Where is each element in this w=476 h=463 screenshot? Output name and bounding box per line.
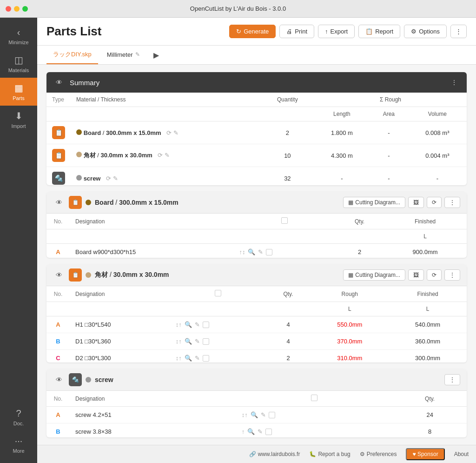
search-icon[interactable]: 🔍 xyxy=(248,248,255,255)
check-all[interactable] xyxy=(311,395,317,401)
kakuzai-type-icon: 📋 xyxy=(52,149,65,162)
tab-main[interactable]: ラックDIY.skp xyxy=(46,46,98,64)
sidebar-item-doc[interactable]: ? Doc. xyxy=(13,403,24,431)
sort-icon[interactable]: ↑↕ xyxy=(239,248,245,255)
edit-icon[interactable]: ✎ xyxy=(258,428,263,435)
minimize-button[interactable] xyxy=(14,6,20,12)
more-button[interactable]: ⋮ xyxy=(450,25,467,38)
link-icon: 🔗 xyxy=(249,451,256,457)
board-more-button[interactable]: ⋮ xyxy=(444,197,460,208)
search-icon[interactable]: 🔍 xyxy=(185,338,192,345)
row-check[interactable] xyxy=(203,322,209,328)
edit-icon[interactable]: ✎ xyxy=(195,338,200,345)
row-actions: ↕↑ 🔍 ✎ xyxy=(176,321,260,328)
export-button[interactable]: ↑ Export xyxy=(318,25,355,38)
sidebar-item-minimize[interactable]: ‹ Minimize xyxy=(0,22,37,50)
sidebar-bottom: ? Doc. ··· More xyxy=(13,403,24,458)
th-material: Material / Thickness xyxy=(71,93,261,107)
check-all[interactable] xyxy=(215,290,221,296)
kakuzai-image-button[interactable]: 🖼 xyxy=(408,269,424,281)
footer-about-link[interactable]: About xyxy=(454,451,469,457)
move-icon[interactable]: ↑ xyxy=(242,428,245,435)
edit-icon[interactable]: ✎ xyxy=(135,51,140,58)
sidebar-item-parts[interactable]: ▦ Parts xyxy=(0,78,37,106)
move-icon[interactable]: ↕↑ xyxy=(176,321,182,328)
edit-icon[interactable]: ✎ xyxy=(261,411,266,418)
kakuzai-title: 角材 / 30.0mm x 30.0mm xyxy=(95,271,169,279)
th-sigma-rough: Σ Rough xyxy=(314,93,467,107)
sponsor-button[interactable]: ♥ Sponsor xyxy=(406,448,444,460)
board-dot xyxy=(86,200,91,205)
search-icon[interactable]: 🔍 xyxy=(185,321,192,328)
footer-website-link[interactable]: 🔗 www.lairdubois.fr xyxy=(249,451,300,457)
kakuzai-subsection-header: 👁 📋 角材 / 30.0mm x 30.0mm ▦ Cutting Diagr… xyxy=(46,264,467,286)
board-visibility-button[interactable]: 👁 xyxy=(53,197,65,208)
board-settings-button[interactable]: ⟳ xyxy=(427,197,442,208)
board-header-left: 👁 📋 Board / 300.0mm x 15.0mm xyxy=(53,196,178,209)
table-row: A H1 □30*L540 ↕↑ 🔍 ✎ 4 xyxy=(46,316,467,333)
board-section: 👁 📋 Board / 300.0mm x 15.0mm ▦ Cutting D… xyxy=(46,192,467,258)
row-check[interactable] xyxy=(265,429,272,435)
kakuzai-visibility-button[interactable]: 👁 xyxy=(53,269,65,281)
kakuzai-cutting-diagram-button[interactable]: ▦ Cutting Diagram... xyxy=(343,269,405,281)
search-icon[interactable]: 🔍 xyxy=(251,411,258,418)
table-row: A Board w900*d300*h15 ↑↕ 🔍 ✎ 2 xyxy=(46,244,467,258)
fullscreen-button[interactable] xyxy=(22,6,28,12)
screw-table: No. Designation Qty. A screw 4.2×51 xyxy=(46,391,467,437)
search-icon[interactable]: 🔍 xyxy=(185,355,192,362)
edit-icon[interactable]: ✎ xyxy=(195,321,200,328)
table-row: 🔩 screw ⟳ ✎ 32 - - - xyxy=(46,167,467,186)
screw-visibility-button[interactable]: 👁 xyxy=(53,374,65,385)
row-check[interactable] xyxy=(269,412,275,418)
summary-visibility-button[interactable]: 👁 xyxy=(53,77,65,88)
edit-icon[interactable]: ✎ xyxy=(195,355,200,362)
kakuzai-section: 👁 📋 角材 / 30.0mm x 30.0mm ▦ Cutting Diagr… xyxy=(46,264,467,362)
close-button[interactable] xyxy=(6,6,11,12)
print-button[interactable]: 🖨 Print xyxy=(279,25,314,38)
sidebar-item-materials[interactable]: ◫ Materials xyxy=(0,50,37,78)
row-check[interactable] xyxy=(203,355,209,362)
search-icon[interactable]: 🔍 xyxy=(247,428,255,435)
report-icon: 📋 xyxy=(365,28,373,35)
move-icon[interactable]: ↕↑ xyxy=(176,338,182,345)
kakuzai-settings-button[interactable]: ⟳ xyxy=(427,269,442,281)
edit-icon[interactable]: ✎ xyxy=(258,248,263,255)
footer-preferences-link[interactable]: ⚙ Preferences xyxy=(360,451,397,457)
screw-more-button[interactable]: ⋮ xyxy=(444,374,460,385)
brown-dot xyxy=(76,129,82,135)
th-finished-l: L xyxy=(389,302,467,316)
th-length: Length xyxy=(314,107,370,121)
th-finished: Finished xyxy=(389,286,467,302)
board-title: Board / 300.0mm x 15.0mm xyxy=(95,199,178,206)
options-button[interactable]: ⚙ Options xyxy=(404,25,447,38)
row-check[interactable] xyxy=(203,338,209,345)
th-l: L xyxy=(383,229,467,244)
generate-button[interactable]: ↻ Generate xyxy=(229,25,276,38)
report-button[interactable]: 📋 Report xyxy=(358,25,400,38)
kakuzai-more-button[interactable]: ⋮ xyxy=(444,269,460,281)
page-title: Parts List xyxy=(46,24,102,39)
summary-more-button[interactable]: ⋮ xyxy=(448,77,460,88)
table-row: A screw 4.2×51 ↕↑ 🔍 ✎ 24 xyxy=(46,407,467,423)
screw-section: 👁 🔩 screw ⋮ No. De xyxy=(46,369,467,437)
move-icon[interactable]: ↕↑ xyxy=(242,411,248,418)
kakuzai-icon: 📋 xyxy=(69,268,82,282)
row-actions: ↕↑ 🔍 ✎ xyxy=(242,411,388,418)
board-image-button[interactable]: 🖼 xyxy=(408,197,424,208)
traffic-lights xyxy=(6,6,28,12)
th-no: No. xyxy=(46,391,70,407)
sidebar-item-more[interactable]: ··· More xyxy=(13,431,24,458)
board-cutting-diagram-button[interactable]: ▦ Cutting Diagram... xyxy=(343,197,405,208)
footer-bug-link[interactable]: 🐛 Report a bug xyxy=(309,451,350,457)
summary-header-left: 👁 Summary xyxy=(53,77,99,88)
scroll-area[interactable]: 👁 Summary ⋮ Type Material / Thickness Qu… xyxy=(37,65,476,445)
tab-millimeter[interactable]: Millimeter ✎ xyxy=(100,47,147,64)
row-check[interactable] xyxy=(266,249,272,255)
th-area: Area xyxy=(370,107,408,121)
sidebar-item-import[interactable]: ⬇ Import xyxy=(0,106,37,134)
move-icon[interactable]: ↕↑ xyxy=(176,355,182,362)
check-all[interactable] xyxy=(281,217,288,224)
refresh-icon: ↻ xyxy=(236,28,241,35)
kakuzai-dot xyxy=(86,272,91,278)
title-bar: OpenCutList by L'Air du Bois - 3.0.0 xyxy=(0,0,476,18)
